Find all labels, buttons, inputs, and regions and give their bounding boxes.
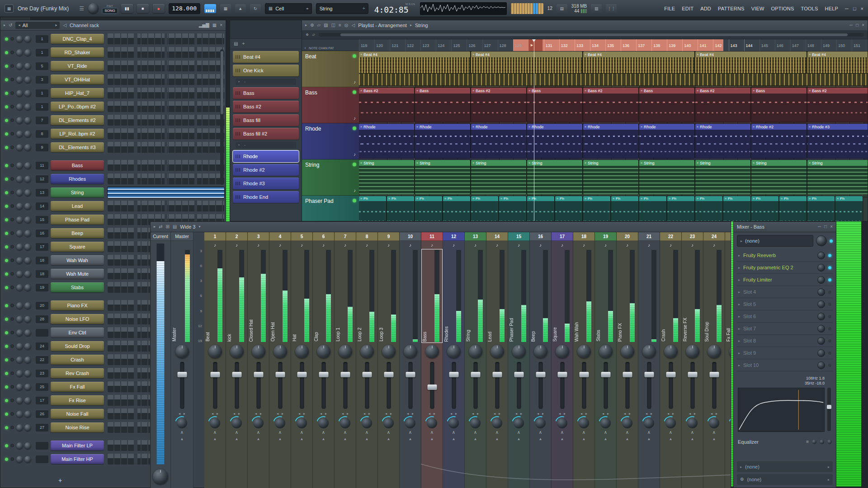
slice-tool-icon[interactable]: ◫ — [331, 23, 335, 28]
mixer-strip[interactable]: 13 ♪ String ◂▸ ∧ ▲ — [465, 232, 486, 488]
fx-slot[interactable]: ▸ Fruity parametric EQ 2 — [737, 262, 833, 274]
main-volume-knob[interactable] — [88, 3, 99, 14]
typing-keyboard-icon[interactable] — [204, 4, 216, 13]
mixer-strip[interactable]: 19 ♪ Stabs ◂▸ ∧ ▲ — [595, 232, 617, 488]
mixer-strip[interactable]: 22 ♪ Crash ◂▸ ∧ ▲ — [660, 232, 682, 488]
mixer-fader[interactable] — [573, 360, 594, 411]
menu-item[interactable]: OPTIONS — [771, 6, 794, 11]
mixer-stereo-knob[interactable] — [405, 418, 415, 428]
channel-volume-knob[interactable] — [24, 384, 31, 390]
fx-slot-arrow-icon[interactable]: ▸ — [738, 266, 740, 270]
mixer-fader-handle[interactable] — [319, 372, 328, 377]
fx-extra1-open-icon[interactable]: ▸ — [828, 465, 830, 469]
playlist-clip[interactable]: ≡ Bass — [751, 88, 807, 122]
mixer-strip-number[interactable]: 18 — [573, 232, 594, 241]
mixer-pan-knob[interactable] — [230, 345, 244, 358]
channel-target-number[interactable]: 1 — [36, 49, 48, 56]
mixer-route-up-icon[interactable]: ∧ — [365, 430, 368, 437]
channel-pan-knob[interactable] — [16, 284, 23, 291]
channel-pan-knob[interactable] — [16, 216, 23, 223]
mixer-stereo-knob[interactable] — [579, 418, 589, 428]
mixer-route-icon[interactable]: ▲ — [647, 437, 651, 444]
channel-mute-led[interactable] — [5, 232, 8, 235]
mixer-strip[interactable]: 7 ♪ Loop 1 ◂▸ ∧ ▲ — [335, 232, 356, 488]
playlist-clip[interactable]: ≡ Ph — [835, 196, 863, 221]
mixer-pan-knob[interactable] — [491, 345, 504, 358]
channel-name-button[interactable]: Env Ctrl — [51, 328, 104, 338]
channel-mute-led[interactable] — [5, 78, 8, 81]
pattern-item[interactable]: Bass — [233, 87, 299, 99]
playlist-clip[interactable]: ≡ Beat #4 — [807, 52, 868, 73]
mixer-fader[interactable] — [400, 360, 421, 411]
channel-volume-knob[interactable] — [24, 36, 31, 42]
mixer-route-up-icon[interactable]: ∧ — [257, 430, 260, 437]
mixer-stereo-knob[interactable] — [470, 418, 481, 428]
playlist-clip[interactable]: ≡ Bass #2 — [695, 88, 750, 122]
channel-select-dot[interactable] — [10, 371, 14, 375]
mixer-stereo-knob[interactable] — [297, 418, 307, 428]
channel-mute-led[interactable] — [5, 51, 8, 54]
mixer-fader-handle[interactable] — [406, 372, 415, 377]
fx-slot-mix-knob[interactable] — [817, 264, 825, 272]
mixer-strip-number[interactable]: 16 — [530, 232, 551, 241]
mixer-strip[interactable]: 2 ♪ kick ◂▸ ∧ ▲ — [226, 232, 248, 488]
clip-menu-icon[interactable]: ≡ — [809, 125, 811, 128]
channel-volume-knob[interactable] — [24, 203, 31, 210]
mixer-fader-handle[interactable] — [427, 385, 437, 390]
channel-volume-knob[interactable] — [24, 244, 31, 250]
mixer-pan-knob[interactable] — [208, 345, 222, 358]
channel-pan-knob[interactable] — [16, 36, 23, 42]
channel-volume-knob[interactable] — [24, 144, 31, 151]
mixer-fader[interactable] — [552, 360, 573, 411]
channel-target-number[interactable]: 25 — [36, 383, 48, 391]
ruler-bar-cell[interactable]: 144 — [744, 39, 758, 51]
channel-target-number[interactable] — [36, 455, 48, 463]
mixer-fader[interactable] — [725, 360, 731, 411]
step-sequencer-grid[interactable] — [108, 128, 224, 139]
clip-menu-icon[interactable]: ≡ — [360, 89, 362, 92]
mixer-route-up-icon[interactable]: ∧ — [691, 430, 694, 437]
mixer-fader-handle[interactable] — [514, 372, 524, 377]
clip-menu-icon[interactable]: ≡ — [585, 53, 586, 56]
channel-target-number[interactable]: 22 — [36, 356, 48, 364]
mixer-strip[interactable]: 8 ♪ Loop 2 ◂▸ ∧ ▲ — [356, 232, 378, 488]
menu-item[interactable]: ADD — [700, 6, 711, 11]
playlist-minimize-icon[interactable]: ─ — [849, 23, 853, 28]
maximize-icon[interactable]: □ — [853, 6, 856, 11]
mixer-fader[interactable] — [248, 360, 269, 411]
pattern-item[interactable]: Rhode #3 — [233, 178, 299, 189]
clip-menu-icon[interactable]: ≡ — [472, 125, 474, 128]
mixer-route-up-icon[interactable]: ∧ — [626, 430, 629, 437]
step-sequencer-grid[interactable] — [108, 101, 224, 112]
fx-close-icon[interactable]: × — [830, 225, 833, 229]
channel-select-dot[interactable] — [10, 37, 14, 41]
mixer-route-icon[interactable]: ▲ — [474, 437, 477, 444]
mixer-strip[interactable]: 23 ♪ Reverse FX ◂▸ ∧ ▲ — [682, 232, 703, 488]
fx-slot[interactable]: ▸ Fruity Reeverb — [737, 249, 833, 262]
fx-slot-mix-knob[interactable] — [817, 276, 825, 284]
mixer-strip-number[interactable]: 7 — [335, 232, 356, 241]
eq-curve-display[interactable] — [738, 388, 825, 432]
channel-select-dot[interactable] — [10, 231, 14, 235]
channel-name-button[interactable]: Phase Pad — [51, 215, 104, 225]
channel-volume-knob[interactable] — [24, 216, 31, 223]
clip-menu-icon[interactable]: ≡ — [585, 125, 586, 128]
playlist-horizontal-scrollbar[interactable] — [319, 33, 864, 37]
clip-menu-icon[interactable]: ≡ — [416, 197, 418, 200]
channel-mute-led[interactable] — [5, 178, 8, 181]
fx-slot-name[interactable]: Slot 9 — [743, 350, 814, 356]
ruler-bar-cell[interactable]: 122 — [405, 39, 419, 51]
playlist-clip[interactable]: ≡ Ph — [667, 196, 694, 221]
playlist-clip[interactable]: ≡ — [359, 74, 868, 85]
master-stereo-knob[interactable] — [177, 418, 187, 428]
play-button[interactable]: ▮▮ — [121, 4, 133, 13]
mixer-route-up-icon[interactable]: ∧ — [409, 430, 412, 437]
mixer-fader-handle[interactable] — [666, 372, 675, 377]
ruler-bar-cell[interactable]: 124 — [436, 39, 450, 51]
mixer-stereo-knob[interactable] — [362, 418, 372, 428]
oscilloscope[interactable] — [420, 2, 507, 15]
channel-pan-knob[interactable] — [16, 343, 23, 350]
playlist-clip[interactable]: ≡ Rhode #3 — [807, 124, 868, 158]
mixer-route-up-icon[interactable]: ∧ — [387, 430, 390, 437]
channel-target-number[interactable]: 13 — [36, 189, 48, 197]
